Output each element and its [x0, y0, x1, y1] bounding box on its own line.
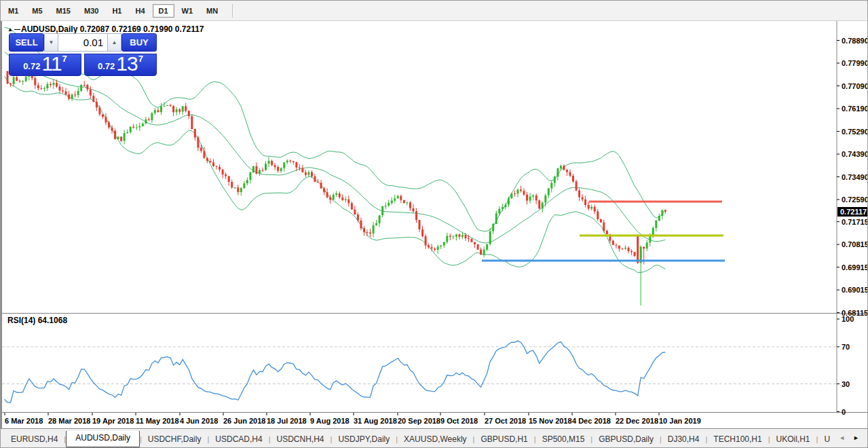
chart-window[interactable]: ▲ AUDUSD,Daily 0.72087 0.72169 0.71990 0… — [1, 21, 868, 429]
buy-price-display[interactable]: 0.72 13 7 — [84, 54, 157, 76]
candle-body — [480, 250, 482, 255]
tab-scroll-right-icon[interactable]: ► — [853, 434, 859, 442]
symbol-tab-usdjpy-daily[interactable]: USDJPY,Daily — [332, 432, 396, 447]
symbol-tab-sp500-m15[interactable]: SP500,M15 — [536, 432, 591, 447]
volume-input[interactable] — [58, 33, 107, 52]
timeframe-button-m5[interactable]: M5 — [26, 4, 48, 18]
symbol-tab-dj30-h4[interactable]: DJ30,H4 — [662, 432, 706, 447]
symbol-tab-u[interactable]: U — [818, 432, 835, 447]
candle-body — [606, 231, 608, 234]
candle-body — [157, 110, 159, 112]
candle-body — [50, 84, 52, 85]
symbol-tab-ukoil-h1[interactable]: UKOil,H1 — [770, 432, 816, 447]
candle-body — [130, 127, 132, 132]
timeframe-button-m15[interactable]: M15 — [50, 4, 77, 18]
price-axis-label: 0.74390 — [842, 150, 868, 158]
buy-button[interactable]: BUY — [121, 33, 157, 52]
candle-body — [46, 84, 48, 88]
candle-body — [59, 87, 61, 91]
candle-body — [572, 176, 574, 181]
symbol-tab-usdcnh-h4[interactable]: USDCNH,H4 — [271, 432, 331, 447]
candle-body — [234, 187, 236, 188]
candle-body — [628, 248, 630, 251]
tab-scroll-left-icon[interactable]: ◄ — [839, 434, 845, 442]
candle-body — [19, 81, 21, 81]
candle-body — [136, 128, 138, 128]
candle-body — [197, 138, 199, 148]
candle-body — [446, 236, 448, 242]
candle-body — [461, 235, 464, 237]
timeframe-button-w1[interactable]: W1 — [176, 4, 200, 18]
symbol-tab-usdcad-h4[interactable]: USDCAD,H4 — [209, 432, 268, 447]
candle-body — [597, 211, 599, 219]
candle-body — [111, 128, 113, 131]
sell-price-display[interactable]: 0.72 11 7 — [9, 54, 81, 76]
timeframe-button-h1[interactable]: H1 — [106, 4, 128, 18]
candle-body — [588, 205, 590, 208]
candle-body — [206, 158, 208, 162]
symbol-tab-xauusd-weekly[interactable]: XAUUSD,Weekly — [398, 432, 472, 447]
price-axis-label: 0.72590 — [842, 195, 868, 204]
date-axis-label: 22 Dec 2018 — [616, 417, 658, 425]
candle-body — [68, 94, 70, 99]
date-axis-label: 27 Oct 2018 — [485, 417, 526, 425]
symbol-tab-usdchf-daily[interactable]: USDCHF,Daily — [142, 432, 208, 447]
date-axis-label: 4 Dec 2018 — [572, 417, 611, 425]
candle-body — [560, 166, 562, 168]
candle-body — [455, 234, 457, 236]
candle-body — [526, 195, 528, 201]
buy-price-prefix: 0.72 — [98, 60, 115, 73]
candle-body — [203, 151, 205, 157]
candle-body — [246, 180, 248, 183]
candle-body — [421, 229, 423, 236]
timeframe-button-mn[interactable]: MN — [200, 4, 224, 18]
toolbar-separator — [232, 4, 233, 18]
candle-body — [465, 235, 467, 238]
symbol-tab-tech100-h1[interactable]: TECH100,H1 — [707, 432, 768, 447]
candle-body — [301, 168, 303, 172]
candle-body — [615, 245, 617, 246]
price-chart-canvas[interactable] — [2, 21, 868, 429]
candle-body — [299, 168, 301, 168]
symbol-tab-eurusd-h4[interactable]: EURUSD,H4 — [5, 432, 64, 447]
candle-body — [544, 195, 546, 203]
sell-button[interactable]: SELL — [9, 33, 44, 52]
timeframe-button-h4[interactable]: H4 — [129, 4, 151, 18]
candle-body — [108, 122, 110, 127]
candle-body — [268, 161, 270, 164]
candle-body — [655, 221, 657, 228]
candle-body — [25, 77, 27, 81]
candle-body — [289, 161, 291, 162]
candle-body — [80, 85, 82, 91]
candle-body — [96, 102, 98, 107]
chart-title: AUDUSD,Daily 0.72087 0.72169 0.71990 0.7… — [21, 24, 204, 34]
candle-body — [502, 207, 504, 209]
candle-body — [210, 161, 212, 162]
candle-body — [53, 83, 55, 85]
candle-body — [554, 176, 556, 183]
candle-body — [341, 198, 343, 200]
volume-decrease-button[interactable]: ▼ — [44, 33, 58, 52]
candle-body — [138, 126, 140, 128]
candle-body — [634, 252, 636, 256]
candle-body — [90, 90, 92, 96]
symbol-tab-audusd-daily[interactable]: AUDUSD,Daily — [66, 431, 140, 447]
timeframe-button-m1[interactable]: M1 — [2, 4, 24, 18]
timeframe-button-m30[interactable]: M30 — [78, 4, 105, 18]
date-axis-label: 6 Mar 2018 — [5, 417, 43, 425]
price-axis-label: 0.77990 — [842, 59, 868, 67]
candle-body — [590, 207, 592, 209]
candle-body — [661, 210, 663, 216]
candle-body — [413, 208, 415, 212]
date-axis-label: 20 Sep 2018 — [398, 417, 440, 425]
candle-body — [373, 225, 375, 234]
candle-body — [624, 248, 626, 249]
candle-body — [132, 127, 134, 128]
timeframe-button-d1[interactable]: D1 — [153, 4, 174, 18]
candle-body — [391, 201, 393, 204]
candle-body — [326, 192, 328, 198]
symbol-tab-gbpusd-daily[interactable]: GBPUSD,Daily — [592, 432, 660, 447]
candle-body — [200, 148, 202, 151]
volume-increase-button[interactable]: ▲ — [107, 33, 121, 52]
symbol-tab-gbpusd-h1[interactable]: GBPUSD,H1 — [474, 432, 533, 447]
